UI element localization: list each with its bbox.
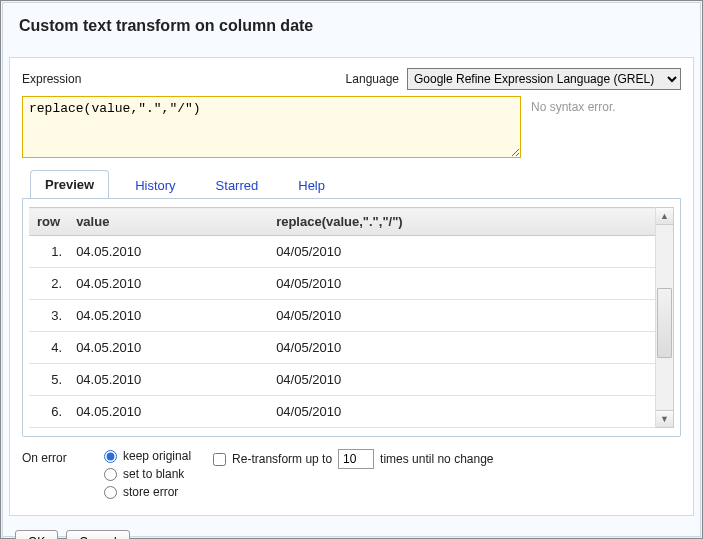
- cell-rownum: 4.: [29, 332, 68, 364]
- language-select[interactable]: Google Refine Expression Language (GREL): [407, 68, 681, 90]
- dialog-title: Custom text transform on column date: [3, 3, 700, 57]
- cell-result: 04/05/2010: [268, 332, 655, 364]
- retransform-checkbox[interactable]: [213, 453, 226, 466]
- cell-value: 04.05.2010: [68, 396, 268, 428]
- table-row: 3. 04.05.2010 04/05/2010: [29, 300, 655, 332]
- dialog-inner: Custom text transform on column date Exp…: [2, 2, 701, 537]
- cell-rownum: 5.: [29, 364, 68, 396]
- cell-result: 04/05/2010: [268, 268, 655, 300]
- on-error-label: On error: [22, 449, 82, 465]
- scroll-thumb[interactable]: [657, 288, 672, 358]
- scrollbar[interactable]: ▲ ▼: [656, 207, 674, 428]
- tab-preview[interactable]: Preview: [30, 170, 109, 199]
- tab-help[interactable]: Help: [284, 172, 339, 199]
- radio-keep-original-text: keep original: [123, 449, 191, 463]
- table-row: 4. 04.05.2010 04/05/2010: [29, 332, 655, 364]
- retransform-group: Re-transform up to times until no change: [213, 449, 493, 469]
- cancel-button[interactable]: Cancel: [66, 530, 129, 539]
- retransform-suffix: times until no change: [380, 452, 493, 466]
- on-error-radios: keep original set to blank store error: [104, 449, 191, 503]
- cell-rownum: 6.: [29, 396, 68, 428]
- retransform-count-input[interactable]: [338, 449, 374, 469]
- cell-value: 04.05.2010: [68, 300, 268, 332]
- table-row: 6. 04.05.2010 04/05/2010: [29, 396, 655, 428]
- tab-content: row value replace(value,".","/") 1. 04.0…: [22, 198, 681, 437]
- cell-value: 04.05.2010: [68, 332, 268, 364]
- scroll-down-icon[interactable]: ▼: [656, 410, 673, 427]
- cell-value: 04.05.2010: [68, 236, 268, 268]
- cell-rownum: 2.: [29, 268, 68, 300]
- cell-rownum: 1.: [29, 236, 68, 268]
- cell-rownum: 3.: [29, 300, 68, 332]
- radio-keep-original[interactable]: keep original: [104, 449, 191, 463]
- preview-table: row value replace(value,".","/") 1. 04.0…: [29, 207, 655, 428]
- dialog-body: Expression Language Google Refine Expres…: [9, 57, 694, 516]
- syntax-status: No syntax error.: [531, 96, 681, 158]
- cell-result: 04/05/2010: [268, 364, 655, 396]
- tab-starred[interactable]: Starred: [202, 172, 273, 199]
- cell-result: 04/05/2010: [268, 396, 655, 428]
- expression-label: Expression: [22, 72, 81, 86]
- col-result: replace(value,".","/"): [268, 208, 655, 236]
- col-value: value: [68, 208, 268, 236]
- radio-keep-original-input[interactable]: [104, 450, 117, 463]
- col-row: row: [29, 208, 68, 236]
- table-row: 1. 04.05.2010 04/05/2010: [29, 236, 655, 268]
- transform-dialog: Custom text transform on column date Exp…: [0, 0, 703, 539]
- cell-result: 04/05/2010: [268, 300, 655, 332]
- cell-value: 04.05.2010: [68, 364, 268, 396]
- tab-history[interactable]: History: [121, 172, 189, 199]
- ok-button[interactable]: OK: [15, 530, 58, 539]
- cell-value: 04.05.2010: [68, 268, 268, 300]
- retransform-prefix: Re-transform up to: [232, 452, 332, 466]
- table-row: 2. 04.05.2010 04/05/2010: [29, 268, 655, 300]
- radio-store-error-input[interactable]: [104, 486, 117, 499]
- radio-set-to-blank-text: set to blank: [123, 467, 184, 481]
- language-label: Language: [346, 72, 399, 86]
- radio-set-to-blank-input[interactable]: [104, 468, 117, 481]
- tabs: Preview History Starred Help: [22, 170, 681, 198]
- scroll-up-icon[interactable]: ▲: [656, 208, 673, 225]
- radio-store-error[interactable]: store error: [104, 485, 191, 499]
- cell-result: 04/05/2010: [268, 236, 655, 268]
- dialog-buttons: OK Cancel: [3, 522, 700, 539]
- expression-input[interactable]: [22, 96, 521, 158]
- radio-set-to-blank[interactable]: set to blank: [104, 467, 191, 481]
- table-row: 5. 04.05.2010 04/05/2010: [29, 364, 655, 396]
- radio-store-error-text: store error: [123, 485, 178, 499]
